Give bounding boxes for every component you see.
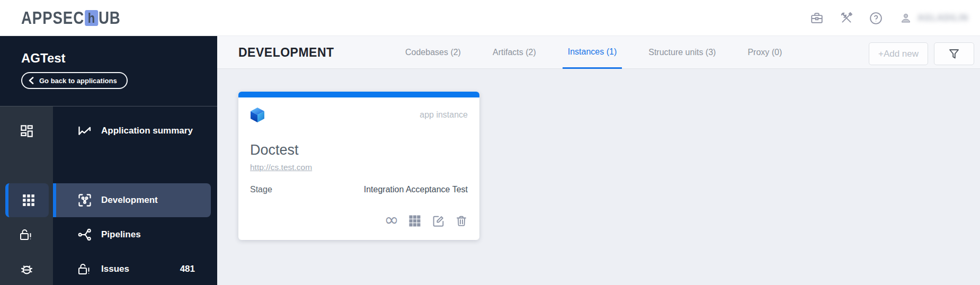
card-type-label: app instance	[420, 110, 468, 120]
chevron-left-icon	[29, 77, 34, 84]
tab-instances[interactable]: Instances (1)	[563, 36, 622, 69]
application-name: AGTest	[21, 51, 66, 66]
icon-rail	[0, 106, 53, 285]
briefcase-icon[interactable]	[809, 11, 824, 25]
delete-icon[interactable]	[454, 213, 469, 228]
tab-artifacts[interactable]: Artifacts (2)	[487, 36, 541, 69]
menu-item-issues[interactable]: Issues 481	[53, 252, 217, 285]
menu-item-label: Issues	[101, 264, 129, 274]
infinity-icon[interactable]: ∞	[384, 213, 399, 228]
username-redacted: AGLADILIN	[917, 13, 968, 23]
pipelines-icon	[77, 227, 93, 242]
menu-item-label: Pipelines	[101, 229, 141, 240]
user-icon	[898, 11, 913, 25]
lock-alert-icon	[19, 227, 34, 242]
bug-icon	[20, 262, 34, 277]
menu-item-application-summary[interactable]: Application summary	[53, 114, 217, 148]
menu-item-pipelines[interactable]: Pipelines	[53, 218, 217, 252]
edit-icon[interactable]	[431, 213, 446, 228]
grid-icon	[22, 193, 35, 207]
stage-value: Integration Acceptance Test	[364, 185, 468, 194]
app-instance-card[interactable]: app instance Doctest http://cs.test.com …	[238, 92, 479, 240]
stage-label: Stage	[250, 185, 272, 194]
rail-item-dashboard[interactable]	[0, 114, 53, 148]
issues-count-badge: 481	[180, 264, 195, 274]
go-back-button[interactable]: Go back to applications	[21, 72, 128, 89]
tools-icon[interactable]	[839, 11, 854, 25]
logo-text-ub: UB	[99, 8, 121, 28]
main-header: DEVELOPMENT Codebases (2) Artifacts (2) …	[217, 36, 980, 69]
sidebar-menu: Application summary Development	[53, 106, 217, 285]
page-title: DEVELOPMENT	[238, 36, 334, 69]
help-icon[interactable]	[869, 11, 884, 25]
rail-item-issues[interactable]	[0, 218, 53, 252]
chart-icon	[77, 123, 93, 138]
instance-title: Doctest	[250, 142, 468, 158]
logo-h-tile: h	[85, 10, 98, 26]
appsechub-window: APPSEC h UB	[0, 0, 980, 285]
sidebar: AGTest Go back to applications	[0, 36, 217, 285]
card-body: app instance Doctest http://cs.test.com …	[238, 97, 479, 240]
instance-url-link[interactable]: http://cs.test.com	[250, 163, 312, 172]
appsechub-logo[interactable]: APPSEC h UB	[21, 8, 121, 28]
development-icon	[77, 193, 93, 208]
menu-item-development[interactable]: Development	[53, 183, 211, 217]
dashboard-icon	[20, 124, 34, 138]
top-bar-actions: AGLADILIN	[809, 0, 968, 36]
card-actions: ∞	[384, 213, 469, 228]
rail-item-development[interactable]	[5, 183, 49, 217]
grid-icon[interactable]	[407, 213, 422, 228]
logo-text-appsec: APPSEC	[21, 8, 84, 28]
tab-proxy[interactable]: Proxy (0)	[742, 36, 787, 69]
instances-panel: app instance Doctest http://cs.test.com …	[217, 69, 980, 285]
card-accent-bar	[238, 92, 479, 97]
rail-item-bug[interactable]	[0, 252, 53, 285]
add-new-button[interactable]: +Add new	[869, 42, 928, 65]
user-menu[interactable]: AGLADILIN	[898, 11, 968, 25]
funnel-icon	[948, 48, 960, 60]
tab-structure-units[interactable]: Structure units (3)	[643, 36, 721, 69]
stage-row: Stage Integration Acceptance Test	[250, 185, 468, 194]
lock-alert-icon	[77, 262, 93, 277]
menu-item-label: Application summary	[101, 126, 193, 136]
tab-bar: Codebases (2) Artifacts (2) Instances (1…	[389, 36, 798, 69]
menu-item-label: Development	[101, 195, 158, 206]
tab-codebases[interactable]: Codebases (2)	[400, 36, 466, 69]
filter-button[interactable]	[934, 42, 974, 65]
go-back-label: Go back to applications	[39, 77, 117, 85]
top-bar: APPSEC h UB	[0, 0, 980, 36]
